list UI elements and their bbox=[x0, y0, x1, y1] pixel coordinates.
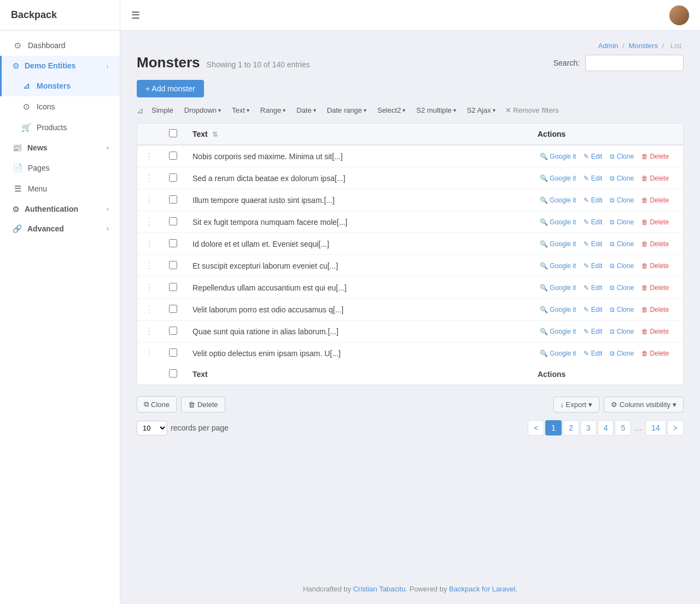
export-button[interactable]: ↓ Export ▾ bbox=[553, 397, 600, 413]
google-it-btn-7[interactable]: 🔍 Google it bbox=[538, 305, 578, 315]
filter-text[interactable]: Text ▾ bbox=[229, 104, 253, 117]
search-input[interactable] bbox=[585, 55, 684, 71]
clone-btn-5[interactable]: ⧉ Clone bbox=[608, 261, 636, 271]
edit-btn-7[interactable]: ✎ Edit bbox=[581, 305, 604, 315]
edit-btn-4[interactable]: ✎ Edit bbox=[581, 239, 604, 249]
page-btn-1[interactable]: 1 bbox=[545, 420, 562, 435]
sidebar-item-menu[interactable]: ☰ Menu bbox=[0, 178, 120, 199]
filter-date-range[interactable]: Date range ▾ bbox=[324, 104, 370, 117]
sidebar-item-monsters[interactable]: ⊿ Monsters bbox=[0, 76, 120, 96]
edit-btn-2[interactable]: ✎ Edit bbox=[581, 195, 604, 205]
clone-btn-3[interactable]: ⧉ Clone bbox=[608, 217, 636, 227]
edit-btn-9[interactable]: ✎ Edit bbox=[581, 349, 604, 358]
google-it-btn-8[interactable]: 🔍 Google it bbox=[538, 327, 578, 336]
edit-btn-5[interactable]: ✎ Edit bbox=[581, 261, 604, 271]
clone-btn-9[interactable]: ⧉ Clone bbox=[608, 349, 636, 358]
google-it-btn-2[interactable]: 🔍 Google it bbox=[538, 195, 578, 205]
page-btn-3[interactable]: 3 bbox=[580, 420, 597, 435]
google-it-btn-3[interactable]: 🔍 Google it bbox=[538, 217, 578, 227]
google-it-btn-6[interactable]: 🔍 Google it bbox=[538, 283, 578, 293]
row-checkbox-5[interactable] bbox=[169, 261, 177, 269]
edit-btn-1[interactable]: ✎ Edit bbox=[581, 173, 604, 183]
google-it-btn-1[interactable]: 🔍 Google it bbox=[538, 173, 578, 183]
records-per-page-select[interactable]: 10 25 50 100 bbox=[137, 421, 167, 435]
filter-select2[interactable]: Select2 ▾ bbox=[374, 104, 409, 117]
sidebar-item-dashboard[interactable]: ⊙ Dashboard bbox=[0, 35, 120, 56]
breadcrumb-monsters[interactable]: Monsters bbox=[628, 42, 657, 50]
bulk-delete-button[interactable]: 🗑 Delete bbox=[181, 397, 225, 413]
page-btn-4[interactable]: 4 bbox=[598, 420, 614, 435]
row-checkbox-7[interactable] bbox=[169, 305, 177, 313]
clone-btn-7[interactable]: ⧉ Clone bbox=[608, 305, 636, 315]
footer-select-all-checkbox[interactable] bbox=[169, 369, 177, 378]
avatar[interactable] bbox=[669, 5, 689, 25]
row-checkbox-9[interactable] bbox=[169, 349, 177, 357]
drag-handle[interactable]: ⋮ bbox=[137, 211, 161, 233]
clone-btn-8[interactable]: ⧉ Clone bbox=[608, 327, 636, 336]
row-checkbox-0[interactable] bbox=[169, 152, 177, 160]
google-it-btn-4[interactable]: 🔍 Google it bbox=[538, 239, 578, 249]
next-page-button[interactable]: > bbox=[667, 420, 684, 435]
sidebar-item-pages[interactable]: 📄 Pages bbox=[0, 158, 120, 178]
delete-btn-5[interactable]: 🗑 Delete bbox=[639, 261, 671, 271]
add-monster-button[interactable]: + Add monster bbox=[137, 80, 204, 97]
drag-handle[interactable]: ⋮ bbox=[137, 321, 161, 342]
drag-handle[interactable]: ⋮ bbox=[137, 233, 161, 255]
delete-btn-0[interactable]: 🗑 Delete bbox=[639, 152, 671, 161]
delete-btn-7[interactable]: 🗑 Delete bbox=[639, 305, 671, 315]
delete-btn-1[interactable]: 🗑 Delete bbox=[639, 173, 671, 183]
row-checkbox-3[interactable] bbox=[169, 217, 177, 225]
filter-s2-ajax[interactable]: S2 Ajax ▾ bbox=[464, 104, 499, 117]
row-checkbox-6[interactable] bbox=[169, 283, 177, 291]
edit-btn-0[interactable]: ✎ Edit bbox=[581, 152, 604, 161]
delete-btn-6[interactable]: 🗑 Delete bbox=[639, 283, 671, 293]
filter-range[interactable]: Range ▾ bbox=[257, 104, 289, 117]
clone-btn-4[interactable]: ⧉ Clone bbox=[608, 239, 636, 249]
google-it-btn-9[interactable]: 🔍 Google it bbox=[538, 349, 578, 358]
sidebar-item-icons[interactable]: ⊙ Icons bbox=[0, 96, 120, 117]
row-checkbox-1[interactable] bbox=[169, 173, 177, 182]
clone-btn-6[interactable]: ⧉ Clone bbox=[608, 283, 636, 293]
drag-handle[interactable]: ⋮ bbox=[137, 342, 161, 364]
sidebar-item-advanced[interactable]: 🔗 Advanced ‹ bbox=[0, 219, 120, 239]
row-checkbox-4[interactable] bbox=[169, 239, 177, 247]
sidebar-item-demo-entities[interactable]: ⊙ Demo Entities ↓ bbox=[0, 56, 120, 76]
drag-handle[interactable]: ⋮ bbox=[137, 145, 161, 167]
select-all-checkbox[interactable] bbox=[169, 129, 177, 137]
filter-date[interactable]: Date ▾ bbox=[293, 104, 319, 117]
clone-btn-0[interactable]: ⧉ Clone bbox=[608, 152, 636, 161]
hamburger-icon[interactable]: ☰ bbox=[131, 9, 140, 21]
delete-btn-2[interactable]: 🗑 Delete bbox=[639, 195, 671, 205]
sort-icon[interactable]: ⇅ bbox=[212, 131, 218, 138]
delete-btn-4[interactable]: 🗑 Delete bbox=[639, 239, 671, 249]
row-checkbox-8[interactable] bbox=[169, 327, 177, 335]
drag-handle[interactable]: ⋮ bbox=[137, 189, 161, 211]
prev-page-button[interactable]: < bbox=[528, 420, 544, 435]
footer-author-link[interactable]: Cristian Tabacitu bbox=[353, 585, 406, 593]
drag-handle[interactable]: ⋮ bbox=[137, 299, 161, 321]
edit-btn-8[interactable]: ✎ Edit bbox=[581, 327, 604, 336]
edit-btn-3[interactable]: ✎ Edit bbox=[581, 217, 604, 227]
delete-btn-8[interactable]: 🗑 Delete bbox=[639, 327, 671, 336]
drag-handle[interactable]: ⋮ bbox=[137, 167, 161, 189]
clone-btn-1[interactable]: ⧉ Clone bbox=[608, 173, 636, 183]
row-checkbox-2[interactable] bbox=[169, 195, 177, 204]
sidebar-item-products[interactable]: 🛒 Products bbox=[0, 117, 120, 138]
footer-framework-link[interactable]: Backpack for Laravel bbox=[449, 585, 515, 593]
filter-simple[interactable]: Simple bbox=[148, 104, 177, 117]
page-btn-14[interactable]: 14 bbox=[645, 420, 666, 435]
clone-btn-2[interactable]: ⧉ Clone bbox=[608, 195, 636, 205]
filter-dropdown[interactable]: Dropdown ▾ bbox=[181, 104, 224, 117]
drag-handle[interactable]: ⋮ bbox=[137, 255, 161, 277]
delete-btn-3[interactable]: 🗑 Delete bbox=[639, 217, 671, 227]
edit-btn-6[interactable]: ✎ Edit bbox=[581, 283, 604, 293]
column-visibility-button[interactable]: ⚙ Column visibility ▾ bbox=[604, 397, 684, 413]
breadcrumb-admin[interactable]: Admin bbox=[598, 42, 619, 50]
drag-handle[interactable]: ⋮ bbox=[137, 277, 161, 299]
page-btn-5[interactable]: 5 bbox=[615, 420, 631, 435]
delete-btn-9[interactable]: 🗑 Delete bbox=[639, 349, 671, 358]
google-it-btn-0[interactable]: 🔍 Google it bbox=[538, 152, 578, 161]
remove-filters-button[interactable]: ✕ Remove filters bbox=[505, 106, 559, 114]
sidebar-item-authentication[interactable]: ⊙ Authentication ‹ bbox=[0, 199, 120, 219]
filter-s2-multiple[interactable]: S2 multiple ▾ bbox=[413, 104, 459, 117]
